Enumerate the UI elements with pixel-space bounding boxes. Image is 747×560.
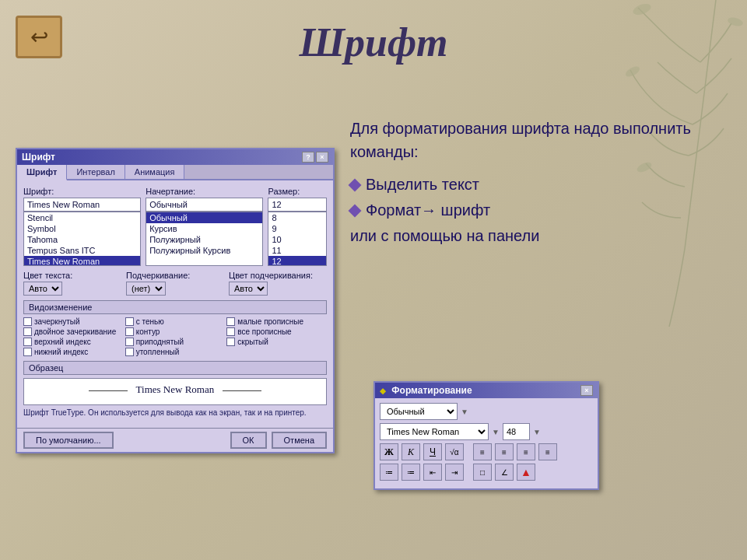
font-listbox[interactable]: Stencil Symbol Tahoma Tempus Sans ITC Ti… <box>23 212 141 266</box>
font-dialog: Шрифт ? × Шрифт Интервал Анимация Шрифт:… <box>16 148 335 453</box>
underline-color-label: Цвет подчеркивания: <box>229 271 327 280</box>
underline-button[interactable]: Ч <box>423 443 442 460</box>
size-listbox[interactable]: 8 9 10 11 12 <box>268 212 327 266</box>
modification-section: Видоизменение <box>23 300 327 314</box>
style-item-bold[interactable]: Полужирный <box>146 234 262 245</box>
tab-animation[interactable]: Анимация <box>125 165 185 179</box>
ok-cancel-group: ОК Отмена <box>230 432 327 449</box>
or-text: или с помощью на панели <box>350 227 724 245</box>
cb-superscript: верхний индекс <box>23 338 124 346</box>
bulleted-list-button[interactable]: ≔ <box>402 464 420 481</box>
align-right-button[interactable]: ≡ <box>517 443 535 460</box>
font-item-symbol[interactable]: Symbol <box>24 223 140 234</box>
style-label: Начертание: <box>146 187 263 196</box>
style-listbox[interactable]: Обычный Курсив Полужирный Полужирный Кур… <box>146 212 263 266</box>
underline-select[interactable]: (нет) <box>126 282 166 296</box>
numbered-list-button[interactable]: ≔ <box>380 464 398 481</box>
justify-button[interactable]: ≡ <box>538 443 557 460</box>
style-item-bolditalic[interactable]: Полужирный Курсив <box>146 245 262 256</box>
cb-superscript-input[interactable] <box>23 338 32 346</box>
close-button[interactable]: × <box>316 152 328 163</box>
cb-all-caps-label: все прописные <box>237 327 291 336</box>
cb-hidden-input[interactable] <box>226 338 235 346</box>
toolbar-body: Обычный ▼ Times New Roman ▼ 48 ▼ Ж К Ч √… <box>375 398 598 488</box>
cb-subscript-input[interactable] <box>23 348 32 356</box>
size-9[interactable]: 9 <box>268 223 326 234</box>
dropdown-arrow: ▼ <box>461 408 468 416</box>
increase-indent-button[interactable]: ⇥ <box>445 464 464 481</box>
style-item-italic[interactable]: Курсив <box>146 223 262 234</box>
size-10[interactable]: 10 <box>268 234 326 245</box>
svg-point-0 <box>632 2 653 16</box>
font-item-times[interactable]: Times New Roman <box>24 256 140 266</box>
cb-sunken-label: утопленный <box>136 348 180 356</box>
highlight-button[interactable]: ∠ <box>495 464 514 481</box>
style-dropdown[interactable]: Обычный <box>380 403 458 420</box>
toolbar-row-4: ≔ ≔ ⇤ ⇥ □ ∠ ▲ <box>380 464 593 481</box>
cb-double-strikethrough-label: двойное зачеркивание <box>34 327 116 336</box>
titlebar-buttons: ? × <box>302 152 328 163</box>
toolbar-icon: ◆ <box>380 387 386 395</box>
cb-sunken-input[interactable] <box>125 348 134 356</box>
default-button[interactable]: По умолчанию... <box>23 432 114 449</box>
cb-all-caps-input[interactable] <box>226 327 235 336</box>
cb-shadow: с тенью <box>125 317 226 326</box>
toolbar-row-2: Times New Roman ▼ 48 ▼ <box>380 423 593 440</box>
size-field[interactable]: 48 <box>503 423 530 440</box>
bullet-item-1: Выделить текст <box>350 176 724 194</box>
size-12[interactable]: 12 <box>268 256 326 266</box>
size-8[interactable]: 8 <box>268 212 326 223</box>
border-button[interactable]: □ <box>473 464 492 481</box>
font-item-tempus[interactable]: Tempus Sans ITC <box>24 245 140 256</box>
decrease-indent-button[interactable]: ⇤ <box>423 464 442 481</box>
cb-subscript-label: нижний индекс <box>34 348 88 356</box>
cb-superscript-label: верхний индекс <box>34 338 91 346</box>
cb-sunken: утопленный <box>125 348 226 356</box>
description-text: Для форматирования шрифта надо выполнить… <box>350 117 724 163</box>
font-item-stencil[interactable]: Stencil <box>24 212 140 223</box>
cb-strikethrough-label: зачеркнутый <box>34 317 80 326</box>
cb-small-caps-label: малые прописные <box>237 317 303 326</box>
font-color-button[interactable]: ▲ <box>517 464 535 481</box>
ok-button[interactable]: ОК <box>230 432 267 449</box>
underline-col: Подчеркивание: (нет) <box>126 271 224 296</box>
style-item-regular[interactable]: Обычный <box>146 212 262 223</box>
cb-hidden-label: скрытый <box>237 338 268 346</box>
cb-small-caps-input[interactable] <box>226 317 235 326</box>
dialog-titlebar: Шрифт ? × <box>17 149 333 165</box>
size-11[interactable]: 11 <box>268 245 326 256</box>
toolbar-row-3: Ж К Ч √α ≡ ≡ ≡ ≡ <box>380 443 593 460</box>
cb-strikethrough-input[interactable] <box>23 317 32 326</box>
bullet-icon-1 <box>349 178 362 191</box>
font-input[interactable]: Times New Roman <box>23 198 141 212</box>
cb-outline: контур <box>125 327 226 336</box>
formula-button[interactable]: √α <box>445 443 464 460</box>
color-select[interactable]: Авто <box>23 282 62 296</box>
underline-color-select[interactable]: Авто <box>229 282 268 296</box>
bold-button[interactable]: Ж <box>380 443 398 460</box>
font-dropdown[interactable]: Times New Roman <box>380 423 489 440</box>
right-content: Для форматирования шрифта надо выполнить… <box>350 117 724 253</box>
bullet-text-2: Формат→ шрифт <box>366 201 490 219</box>
cb-double-strikethrough-input[interactable] <box>23 327 32 336</box>
align-left-button[interactable]: ≡ <box>473 443 492 460</box>
align-center-button[interactable]: ≡ <box>495 443 514 460</box>
dialog-body: Шрифт: Times New Roman Stencil Symbol Ta… <box>17 180 333 428</box>
help-button[interactable]: ? <box>302 152 314 163</box>
tab-interval[interactable]: Интервал <box>67 165 124 179</box>
preview-text: Times New Roman <box>136 383 215 395</box>
style-input[interactable]: Обычный <box>146 198 263 212</box>
cb-outline-input[interactable] <box>125 327 134 336</box>
size-input[interactable]: 12 <box>268 198 327 212</box>
cancel-button[interactable]: Отмена <box>272 432 327 449</box>
bullet-text-1: Выделить текст <box>366 176 479 194</box>
tab-font[interactable]: Шрифт <box>17 165 67 180</box>
font-col: Шрифт: Times New Roman Stencil Symbol Ta… <box>23 187 141 266</box>
toolbar-close-button[interactable]: × <box>580 385 593 396</box>
font-item-tahoma[interactable]: Tahoma <box>24 234 140 245</box>
preview-line-right <box>223 390 261 391</box>
italic-button[interactable]: К <box>402 443 420 460</box>
cb-shadow-input[interactable] <box>125 317 134 326</box>
cb-raised-input[interactable] <box>125 338 134 346</box>
font-dropdown-arrow: ▼ <box>492 428 500 436</box>
